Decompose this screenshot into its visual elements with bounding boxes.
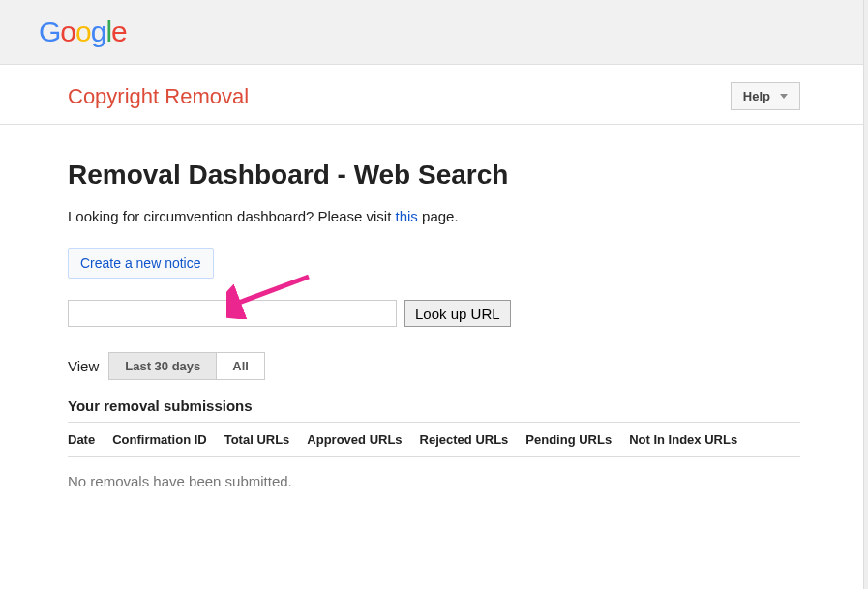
col-confirmation-id: Confirmation ID <box>112 432 207 447</box>
section-title: Copyright Removal <box>68 84 249 109</box>
lookup-url-button[interactable]: Look up URL <box>404 300 511 327</box>
col-pending-urls: Pending URLs <box>525 432 612 447</box>
chevron-down-icon <box>780 94 788 99</box>
main-content: Removal Dashboard - Web Search Looking f… <box>0 125 868 489</box>
submissions-table-header: Date Confirmation ID Total URLs Approved… <box>68 432 800 457</box>
view-filter-row: View Last 30 days All <box>68 352 800 380</box>
empty-submissions-message: No removals have been submitted. <box>68 473 800 489</box>
col-rejected-urls: Rejected URLs <box>420 432 509 447</box>
help-button-label: Help <box>743 89 770 103</box>
view-label: View <box>68 358 99 374</box>
view-tab-group: Last 30 days All <box>108 352 265 380</box>
col-total-urls: Total URLs <box>224 432 290 447</box>
col-date: Date <box>68 432 95 447</box>
col-not-in-index: Not In Index URLs <box>629 432 737 447</box>
circumvention-hint: Looking for circumvention dashboard? Ple… <box>68 208 800 224</box>
right-scrollbar-edge <box>863 0 868 589</box>
page-title: Removal Dashboard - Web Search <box>68 160 800 191</box>
tab-last-30-days[interactable]: Last 30 days <box>109 353 217 379</box>
submissions-title: Your removal submissions <box>68 398 800 423</box>
tab-all[interactable]: All <box>217 353 264 379</box>
col-approved-urls: Approved URLs <box>307 432 402 447</box>
circumvention-link[interactable]: this <box>396 208 418 224</box>
create-new-notice-button[interactable]: Create a new notice <box>68 248 214 279</box>
help-button[interactable]: Help <box>731 82 800 110</box>
url-lookup-input[interactable] <box>68 300 397 327</box>
google-logo[interactable]: Google <box>39 15 829 48</box>
lookup-row: Look up URL <box>68 300 800 327</box>
top-bar: Google <box>0 0 868 65</box>
header-row: Copyright Removal Help <box>0 65 868 125</box>
